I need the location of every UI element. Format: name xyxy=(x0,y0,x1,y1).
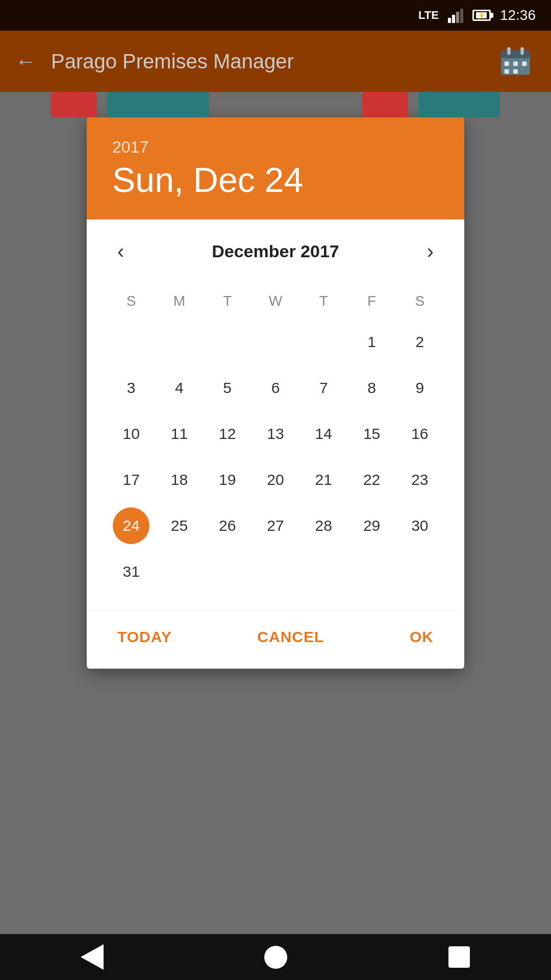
cal-day-empty xyxy=(252,549,299,595)
cal-day-25[interactable]: 25 xyxy=(155,503,203,549)
cal-day-16[interactable]: 16 xyxy=(396,411,444,457)
selected-date-label: Sun, Dec 24 xyxy=(112,161,439,199)
status-bar: LTE ⚡ 12:36 xyxy=(0,0,551,31)
weekday-header-row: S M T W T F S xyxy=(107,283,444,319)
svg-rect-10 xyxy=(522,61,527,66)
svg-rect-9 xyxy=(513,61,518,66)
prev-month-button[interactable]: ‹ xyxy=(107,235,134,268)
home-nav-button[interactable] xyxy=(260,942,291,972)
today-button[interactable]: TODAY xyxy=(107,621,182,653)
clock: 12:36 xyxy=(500,7,536,23)
app-title: Parago Premises Manager xyxy=(51,50,480,73)
cal-day-17[interactable]: 17 xyxy=(107,457,155,503)
cal-day-30[interactable]: 30 xyxy=(396,503,444,549)
cal-day-empty xyxy=(299,549,347,595)
week-row-1: 1 2 xyxy=(107,319,444,365)
week-row-6: 31 xyxy=(107,549,444,595)
cal-day-empty xyxy=(204,319,252,365)
cal-day-27[interactable]: 27 xyxy=(252,503,299,549)
recents-nav-button[interactable] xyxy=(444,942,474,972)
month-title: December 2017 xyxy=(212,241,339,261)
week-row-3: 10 11 12 13 14 15 16 xyxy=(107,411,444,457)
cal-day-3[interactable]: 3 xyxy=(107,365,155,411)
back-nav-button[interactable] xyxy=(77,942,107,972)
cal-day-1[interactable]: 1 xyxy=(347,319,395,365)
svg-rect-0 xyxy=(448,18,451,23)
cancel-button[interactable]: CANCEL xyxy=(247,621,334,653)
weekday-fri: F xyxy=(347,283,395,319)
cal-day-9[interactable]: 9 xyxy=(396,365,444,411)
ok-button[interactable]: OK xyxy=(399,621,444,653)
cal-day-24[interactable]: 24 xyxy=(107,503,155,549)
next-month-button[interactable]: › xyxy=(417,235,444,268)
cal-day-18[interactable]: 18 xyxy=(155,457,203,503)
cal-day-21[interactable]: 21 xyxy=(299,457,347,503)
cal-day-31[interactable]: 31 xyxy=(107,549,155,595)
calendar-button[interactable] xyxy=(495,41,536,82)
svg-rect-2 xyxy=(456,12,459,23)
weekday-mon: M xyxy=(155,283,203,319)
cal-day-4[interactable]: 4 xyxy=(155,365,203,411)
svg-rect-7 xyxy=(520,47,524,55)
svg-rect-11 xyxy=(504,69,509,74)
cal-day-28[interactable]: 28 xyxy=(299,503,347,549)
cal-day-15[interactable]: 15 xyxy=(347,411,395,457)
dialog-header: 2017 Sun, Dec 24 xyxy=(87,117,464,219)
cal-day-29[interactable]: 29 xyxy=(347,503,395,549)
svg-rect-3 xyxy=(460,9,463,23)
cal-day-2[interactable]: 2 xyxy=(396,319,444,365)
cal-day-23[interactable]: 23 xyxy=(396,457,444,503)
cal-day-empty xyxy=(252,319,299,365)
weekday-thu: T xyxy=(299,283,347,319)
cal-day-13[interactable]: 13 xyxy=(252,411,299,457)
cal-day-7[interactable]: 7 xyxy=(299,365,347,411)
cal-day-20[interactable]: 20 xyxy=(252,457,299,503)
app-bar: ← Parago Premises Manager xyxy=(0,31,551,92)
home-nav-icon xyxy=(264,946,287,969)
cal-day-11[interactable]: 11 xyxy=(155,411,203,457)
cal-day-14[interactable]: 14 xyxy=(299,411,347,457)
cal-day-empty xyxy=(347,549,395,595)
recents-nav-icon xyxy=(448,946,470,968)
cal-day-empty xyxy=(299,319,347,365)
cal-day-12[interactable]: 12 xyxy=(204,411,252,457)
date-picker-dialog: 2017 Sun, Dec 24 ‹ December 2017 › S M T… xyxy=(87,117,464,669)
cal-day-6[interactable]: 6 xyxy=(252,365,299,411)
cal-day-5[interactable]: 5 xyxy=(204,365,252,411)
week-row-5: 24 25 26 27 28 29 30 xyxy=(107,503,444,549)
battery-icon: ⚡ xyxy=(472,10,491,21)
svg-rect-1 xyxy=(452,15,455,23)
cal-day-22[interactable]: 22 xyxy=(347,457,395,503)
svg-rect-5 xyxy=(501,50,530,58)
selected-year: 2017 xyxy=(112,138,439,157)
back-button[interactable]: ← xyxy=(15,50,36,73)
signal-icon xyxy=(448,8,463,23)
nav-bar xyxy=(0,934,551,980)
cal-day-19[interactable]: 19 xyxy=(204,457,252,503)
cal-day-empty xyxy=(204,549,252,595)
cal-day-26[interactable]: 26 xyxy=(204,503,252,549)
cal-day-empty xyxy=(155,319,203,365)
cal-day-10[interactable]: 10 xyxy=(107,411,155,457)
weekday-sat: S xyxy=(396,283,444,319)
week-row-4: 17 18 19 20 21 22 23 xyxy=(107,457,444,503)
svg-rect-8 xyxy=(504,61,509,66)
cal-day-empty xyxy=(396,549,444,595)
overlay: 2017 Sun, Dec 24 ‹ December 2017 › S M T… xyxy=(0,92,551,934)
calendar-grid: S M T W T F S 1 2 xyxy=(107,283,444,595)
month-nav: ‹ December 2017 › xyxy=(107,235,444,268)
back-nav-icon xyxy=(81,944,104,970)
cal-day-empty xyxy=(107,319,155,365)
dialog-body: ‹ December 2017 › S M T W T F S xyxy=(87,219,464,610)
bg-buttons xyxy=(0,92,551,117)
weekday-sun: S xyxy=(107,283,155,319)
cal-day-8[interactable]: 8 xyxy=(347,365,395,411)
weekday-wed: W xyxy=(252,283,299,319)
week-row-2: 3 4 5 6 7 8 9 xyxy=(107,365,444,411)
weekday-tue: T xyxy=(204,283,252,319)
lte-icon: LTE xyxy=(418,9,439,22)
svg-rect-6 xyxy=(507,47,511,55)
dialog-actions: TODAY CANCEL OK xyxy=(87,610,464,669)
svg-rect-12 xyxy=(513,69,518,74)
cal-day-empty xyxy=(155,549,203,595)
